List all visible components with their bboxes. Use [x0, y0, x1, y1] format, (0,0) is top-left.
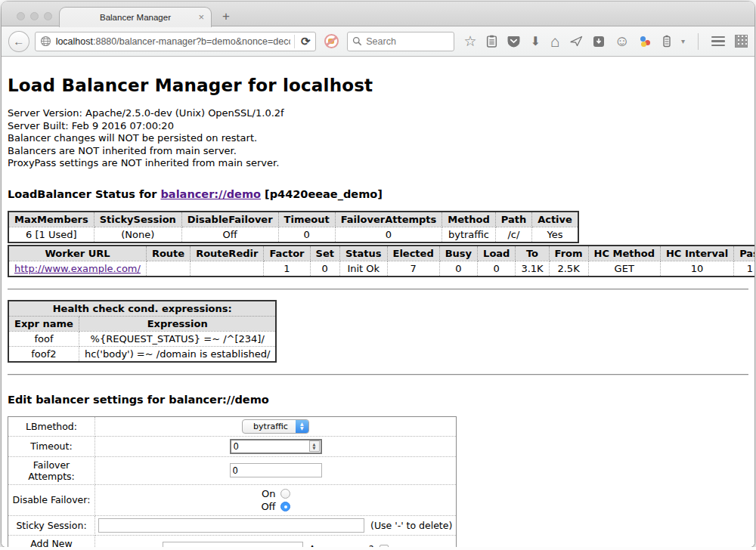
- table-row: foof2 hc('body') =~ /domain is establish…: [8, 346, 276, 362]
- cell-from: 2.5K: [549, 261, 588, 277]
- battery-icon[interactable]: [662, 35, 671, 48]
- add-worker-row: Add New Worker: Are you sure?: [8, 535, 457, 547]
- lbmethod-select[interactable]: bytraffic ▲▼: [242, 419, 309, 434]
- url-domain: localhost: [56, 36, 93, 47]
- balancer-status-table: MaxMembers StickySession DisableFailover…: [8, 211, 579, 243]
- col-to: To: [516, 246, 549, 261]
- new-tab-button[interactable]: +: [222, 9, 230, 24]
- radio-off-label: Off: [261, 501, 275, 512]
- minimize-window-button[interactable]: [30, 12, 39, 20]
- table-header-row: Expr name Expression: [8, 316, 276, 331]
- failover-off-radio[interactable]: [280, 502, 290, 511]
- col-hc-interval: HC Interval: [660, 246, 733, 261]
- col-from: From: [549, 246, 588, 261]
- cell-factor: 1: [264, 261, 310, 277]
- worker-url-link[interactable]: http://www.example.com/: [14, 263, 141, 274]
- url-text: localhost:8880/balancer-manager?b=demo&n…: [56, 36, 290, 47]
- cell-to: 3.1K: [516, 261, 549, 277]
- traffic-lights: [17, 12, 52, 20]
- content-blocked-icon[interactable]: [324, 34, 339, 48]
- lbmethod-label: LBmethod:: [8, 416, 95, 436]
- table-row: foof %{REQUEST_STATUS} =~ /^[234]/: [8, 331, 276, 346]
- cell-worker-url: http://www.example.com/: [8, 261, 146, 277]
- send-tab-icon[interactable]: [570, 36, 583, 47]
- close-window-button[interactable]: [17, 12, 25, 20]
- col-status: Status: [339, 246, 387, 261]
- downloads-icon[interactable]: ⬇: [530, 35, 540, 48]
- col-expression: Expression: [79, 316, 276, 331]
- sticky-session-input[interactable]: [98, 518, 364, 533]
- col-disablefailover: DisableFailover: [181, 212, 278, 227]
- add-worker-cell: Are you sure?: [95, 535, 457, 547]
- lbmethod-cell: bytraffic ▲▼: [95, 416, 457, 436]
- zoom-window-button[interactable]: [44, 12, 52, 20]
- timeout-input[interactable]: [231, 441, 309, 452]
- chevron-down-icon[interactable]: ▾: [681, 37, 685, 45]
- cell-hc-interval: 10: [660, 261, 733, 277]
- menu-icon[interactable]: [711, 36, 725, 47]
- save-to-device-icon[interactable]: [593, 36, 605, 48]
- are-you-sure-label: Are you sure?: [309, 543, 374, 547]
- col-elected: Elected: [387, 246, 439, 261]
- table-header-row: Worker URL Route RouteRedir Factor Set S…: [8, 246, 754, 261]
- add-worker-input[interactable]: [163, 542, 303, 547]
- feedback-smiley-icon[interactable]: ☺: [615, 35, 630, 48]
- server-built: Server Built: Feb 9 2016 07:00:20: [8, 120, 748, 133]
- url-divider: [294, 35, 295, 48]
- radio-on-label: On: [262, 488, 275, 499]
- toolbar-icons: ☆ ⬇ ⌂ ☺: [463, 33, 748, 50]
- loadbalancer-status-heading: LoadBalancer Status for balancer://demo …: [8, 188, 748, 200]
- cell-passes: 1 (0): [734, 261, 754, 277]
- lb-heading-prefix: LoadBalancer Status for: [8, 188, 160, 200]
- timeout-row: Timeout: ▲▼: [8, 436, 457, 456]
- number-stepper-icon[interactable]: ▲▼: [309, 440, 320, 452]
- failover-attempts-input[interactable]: [230, 463, 322, 477]
- lb-heading-suffix: [p4420eeae_demo]: [261, 188, 383, 200]
- cell-maxmembers: 6 [1 Used]: [8, 227, 94, 243]
- disable-failover-label: Disable Failover:: [8, 484, 95, 515]
- table-caption-row: Health check cond. expressions:: [8, 301, 276, 317]
- pocket-icon[interactable]: [507, 36, 520, 48]
- grid-extension-icon[interactable]: [735, 35, 748, 48]
- failover-attempts-row: Failover Attempts:: [8, 456, 457, 484]
- col-busy: Busy: [439, 246, 477, 261]
- globe-icon: [40, 36, 51, 47]
- cell-disablefailover: Off: [181, 227, 278, 243]
- cell-method: bytraffic: [442, 227, 495, 243]
- colored-dots-extension-icon[interactable]: [640, 35, 652, 48]
- select-stepper-icon: ▲▼: [296, 419, 308, 434]
- timeout-input-wrap: ▲▼: [230, 439, 322, 454]
- server-version: Server Version: Apache/2.5.0-dev (Unix) …: [8, 107, 748, 120]
- are-you-sure-checkbox[interactable]: [380, 545, 389, 547]
- browser-window: Balancer Manager × + ← localhost:8880/ba…: [2, 2, 754, 547]
- sticky-session-cell: (Use '-' to delete): [95, 515, 457, 535]
- reload-icon[interactable]: ⟳: [299, 35, 313, 48]
- disable-failover-cell: On Off: [95, 484, 457, 515]
- balancer-demo-link[interactable]: balancer://demo: [160, 188, 261, 200]
- server-info: Server Version: Apache/2.5.0-dev (Unix) …: [8, 107, 748, 170]
- search-input[interactable]: Search: [347, 32, 454, 51]
- sticky-session-row: Sticky Session: (Use '-' to delete): [8, 515, 457, 535]
- navigation-toolbar: ← localhost:8880/balancer-manager?b=demo…: [2, 26, 754, 57]
- edit-balancer-heading: Edit balancer settings for balancer://de…: [8, 394, 748, 406]
- health-check-table: Health check cond. expressions: Expr nam…: [8, 300, 277, 363]
- url-bar[interactable]: localhost:8880/balancer-manager?b=demo&n…: [35, 32, 317, 51]
- cell-path: /c/: [495, 227, 531, 243]
- col-route: Route: [146, 246, 190, 261]
- page-content: Load Balancer Manager for localhost Serv…: [2, 57, 754, 547]
- back-button[interactable]: ←: [8, 31, 29, 52]
- cell-expr-name: foof: [8, 331, 79, 346]
- clipboard-icon[interactable]: [486, 35, 497, 48]
- tab-balancer-manager[interactable]: Balancer Manager ×: [59, 7, 212, 27]
- balancer-settings-form: LBmethod: bytraffic ▲▼ Timeout: ▲▼: [8, 416, 457, 547]
- cell-expr-name: foof2: [8, 346, 79, 362]
- failover-on-radio[interactable]: [280, 489, 290, 499]
- cell-expression: hc('body') =~ /domain is established/: [79, 346, 276, 362]
- close-tab-icon[interactable]: ×: [198, 12, 204, 22]
- sticky-session-label: Sticky Session:: [8, 515, 95, 535]
- cell-expression: %{REQUEST_STATUS} =~ /^[234]/: [79, 331, 276, 346]
- persist-note: Balancer changes will NOT be persisted o…: [8, 132, 748, 145]
- lbmethod-value: bytraffic: [243, 422, 296, 431]
- bookmark-star-icon[interactable]: ☆: [463, 35, 476, 48]
- home-icon[interactable]: ⌂: [550, 35, 560, 48]
